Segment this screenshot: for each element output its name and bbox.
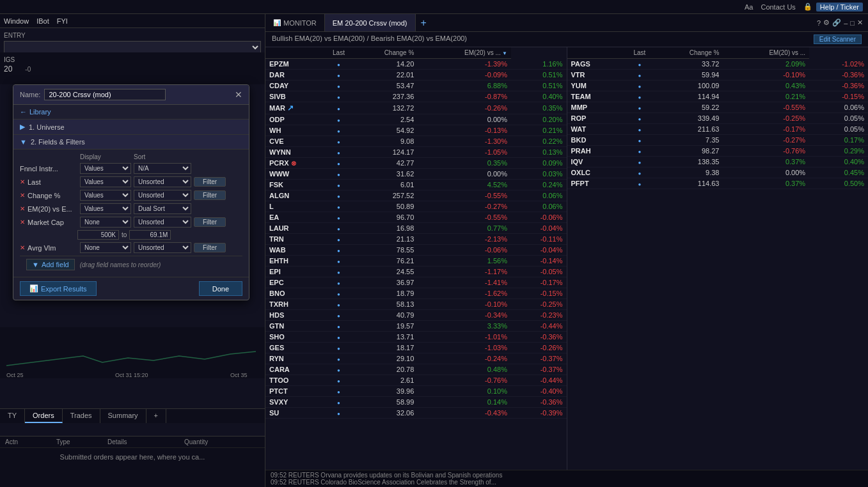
field-sort-change[interactable]: Unsorted	[134, 190, 191, 201]
table-row[interactable]: WAT ● 211.63 -0.17% 0.05%	[567, 124, 869, 135]
add-tab-button[interactable]: +	[416, 17, 432, 29]
add-field-button[interactable]: ▼ Add field	[26, 259, 75, 270]
table-row[interactable]: DAR ● 22.01 -0.09% 0.51%	[265, 70, 567, 81]
col-em-right[interactable]: EM(20) vs ...	[723, 47, 809, 59]
field-display-fnncl[interactable]: Values	[80, 163, 131, 174]
table-row[interactable]: RYN ● 29.10 -0.24% -0.37%	[265, 353, 567, 364]
nav-fyi[interactable]: FYI	[57, 17, 68, 25]
remove-em-button[interactable]: ✕	[20, 205, 25, 212]
scanner-name-input[interactable]	[44, 89, 166, 100]
col-last-left[interactable]: Last	[329, 47, 349, 59]
tab-add[interactable]: +	[146, 409, 166, 423]
settings-icon[interactable]: ⚙	[823, 19, 830, 27]
edit-scanner-button[interactable]: Edit Scanner	[814, 35, 862, 44]
field-sort-em[interactable]: Dual Sort	[134, 203, 191, 214]
col-change-left[interactable]: Change %	[349, 47, 418, 59]
table-row[interactable]: FSK ● 6.01 4.52% 0.24%	[265, 180, 567, 190]
table-row[interactable]: BKD ● 7.35 -0.27% 0.17%	[567, 135, 869, 146]
table-row[interactable]: TEAM ● 114.94 0.21% -0.15%	[567, 91, 869, 102]
field-display-change[interactable]: Values	[80, 190, 131, 201]
minimize-icon[interactable]: –	[844, 19, 848, 27]
table-row[interactable]: PCRX ⊗ ● 42.77 0.35% 0.09%	[265, 158, 567, 169]
fields-section-header[interactable]: ▼ 2. Fields & Filters	[13, 135, 249, 150]
remove-marketcap-button[interactable]: ✕	[20, 219, 25, 226]
table-row[interactable]: TRN ● 21.13 -2.13% -0.11%	[265, 234, 567, 245]
nav-ibot[interactable]: IBot	[36, 17, 49, 25]
table-row[interactable]: TXRH ● 58.13 -0.10% -0.25%	[265, 299, 567, 310]
filter-last-button[interactable]: Filter	[194, 177, 226, 187]
table-row[interactable]: GES ● 18.17 -1.03% -0.26%	[265, 343, 567, 353]
nav-window[interactable]: Window	[4, 17, 29, 25]
table-row[interactable]: CDAY ● 53.47 6.88% 0.51%	[265, 81, 567, 91]
table-row[interactable]: EPZM ● 14.20 -1.39% 1.16%	[265, 59, 567, 70]
table-row[interactable]: WAB ● 78.55 -0.06% -0.04%	[265, 245, 567, 256]
tab-trades[interactable]: Trades	[63, 409, 100, 423]
scanner-close-button[interactable]: ✕	[235, 89, 242, 100]
table-row[interactable]: BNO ● 18.79 -1.62% -0.15%	[265, 288, 567, 299]
field-sort-fnncl[interactable]: N/A	[134, 163, 191, 174]
field-display-avgvlm[interactable]: None	[80, 242, 131, 253]
table-row[interactable]: IQV ● 138.35 0.37% 0.40%	[567, 157, 869, 167]
table-row[interactable]: SIVB ● 237.36 -0.87% 0.40%	[265, 91, 567, 102]
contact-label[interactable]: Contact Us	[761, 3, 795, 11]
table-row[interactable]: CVE ● 9.08 -1.30% 0.22%	[265, 136, 567, 147]
table-row[interactable]: PFPT ● 114.63 0.37% 0.50%	[567, 178, 869, 189]
field-display-em[interactable]: Values	[80, 203, 131, 214]
table-row[interactable]: VTR ● 59.94 -0.10% -0.36%	[567, 70, 869, 81]
done-button[interactable]: Done	[199, 281, 242, 296]
link-icon[interactable]: 🔗	[832, 19, 841, 27]
field-sort-last[interactable]: Unsorted	[134, 176, 191, 187]
table-row[interactable]: PRAH ● 98.27 -0.76% 0.29%	[567, 146, 869, 157]
filter-avgvlm-button[interactable]: Filter	[194, 243, 226, 252]
close-panel-icon[interactable]: ✕	[857, 19, 863, 27]
table-row[interactable]: WWW ● 31.62 0.00% 0.03%	[265, 169, 567, 180]
table-row[interactable]: EPC ● 36.97 -1.41% -0.17%	[265, 277, 567, 288]
table-row[interactable]: OXLC ● 9.38 0.00% 0.45%	[567, 167, 869, 178]
tab-orders[interactable]: Orders	[25, 409, 63, 423]
restore-icon[interactable]: □	[850, 19, 855, 27]
help-button[interactable]: Help / Ticker	[816, 3, 863, 12]
table-row[interactable]: MAR ↗ ● 132.72 -0.26% 0.35%	[265, 102, 567, 114]
tab-em-scanner[interactable]: EM 20-200 Crssv (mod)	[325, 14, 416, 31]
table-row[interactable]: TTOO ● 2.61 -0.76% -0.44%	[265, 375, 567, 386]
col-last-right[interactable]: Last	[630, 47, 650, 59]
table-row[interactable]: SU ● 32.06 -0.43% -0.39%	[265, 408, 567, 419]
col-change-right[interactable]: Change %	[649, 47, 723, 59]
filter-marketcap-button[interactable]: Filter	[194, 217, 226, 227]
col-em-left[interactable]: EM(20) vs ...	[418, 47, 511, 59]
remove-last-button[interactable]: ✕	[20, 178, 25, 185]
universe-section-header[interactable]: ▶ 1. Universe	[13, 120, 249, 135]
table-row[interactable]: EA ● 96.70 -0.55% -0.06%	[265, 212, 567, 223]
tab-ty[interactable]: TY	[0, 409, 25, 423]
table-row[interactable]: L ● 50.89 -0.27% 0.06%	[265, 201, 567, 212]
field-sort-avgvlm[interactable]: Unsorted	[134, 242, 191, 253]
table-row[interactable]: CARA ● 20.78 0.48% -0.37%	[265, 364, 567, 375]
table-row[interactable]: YUM ● 100.09 0.43% -0.36%	[567, 81, 869, 91]
tab-monitor[interactable]: 📊 MONITOR	[265, 14, 325, 31]
font-label[interactable]: Aa	[745, 3, 753, 11]
table-row[interactable]: EPI ● 24.55 -1.17% -0.05%	[265, 267, 567, 277]
table-row[interactable]: PTCT ● 39.96 0.10% -0.40%	[265, 386, 567, 397]
table-row[interactable]: GTN ● 19.57 3.33% -0.44%	[265, 321, 567, 332]
table-row[interactable]: ROP ● 339.49 -0.25% 0.05%	[567, 113, 869, 124]
table-row[interactable]: PAGS ● 33.72 2.09% -1.02%	[567, 59, 869, 70]
table-row[interactable]: MMP ● 59.22 -0.55% 0.06%	[567, 102, 869, 113]
field-display-last[interactable]: Values	[80, 176, 131, 187]
range-min-input[interactable]	[77, 230, 119, 240]
table-row[interactable]: WH ● 54.92 -0.13% 0.21%	[265, 125, 567, 136]
field-display-marketcap[interactable]: None	[80, 217, 131, 228]
help-icon[interactable]: ?	[817, 19, 821, 27]
remove-avgvlm-button[interactable]: ✕	[20, 244, 25, 251]
table-row[interactable]: EHTH ● 76.21 1.56% -0.14%	[265, 256, 567, 267]
table-row[interactable]: SVXY ● 58.99 0.14% -0.36%	[265, 397, 567, 408]
table-row[interactable]: LAUR ● 16.98 0.77% -0.04%	[265, 223, 567, 234]
remove-change-button[interactable]: ✕	[20, 192, 25, 199]
range-max-input[interactable]	[129, 230, 171, 240]
table-row[interactable]: ALGN ● 257.52 -0.55% 0.06%	[265, 190, 567, 201]
field-sort-marketcap[interactable]: Unsorted	[134, 217, 191, 228]
table-row[interactable]: WYNN ● 124.17 -1.05% 0.13%	[265, 147, 567, 158]
table-row[interactable]: ODP ● 2.54 0.00% 0.20%	[265, 114, 567, 125]
entry-select[interactable]	[4, 41, 261, 54]
library-link[interactable]: ← Library	[13, 105, 249, 120]
tab-summary[interactable]: Summary	[100, 409, 146, 423]
